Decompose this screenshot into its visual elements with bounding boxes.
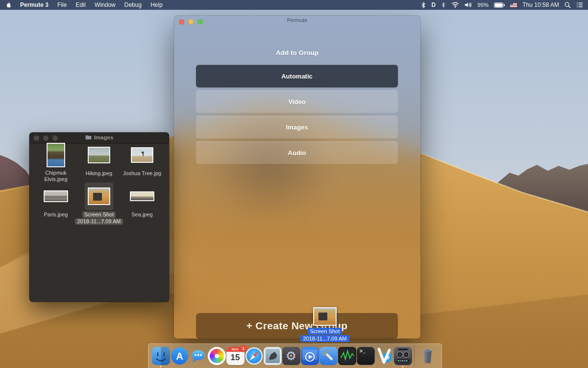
selected-file-label: Screen Shot 2018-11...7.09 AM [75, 211, 122, 225]
group-images-button[interactable]: Images [196, 116, 398, 138]
dock: A NOV 15 1 [148, 343, 442, 368]
permute-icon [394, 347, 412, 365]
downie-menu-icon[interactable]: D [432, 1, 436, 8]
calendar-icon: NOV 15 1 [226, 347, 245, 365]
battery-percent: 95% [477, 2, 489, 8]
finder-window-title: Images [94, 134, 114, 140]
finder-file-grid: Chipmuk Elvis.jpeg Hiking.jpeg Joshua Tr… [34, 141, 164, 224]
notification-center-icon[interactable] [576, 2, 583, 8]
dock-item-xcode[interactable] [319, 344, 338, 368]
screenshot-thumbnail [89, 188, 109, 204]
selection-highlight [85, 183, 113, 210]
running-indicator [160, 366, 162, 368]
trash-icon [418, 347, 437, 365]
file-label: Paris.jpeg [44, 211, 68, 218]
file-item-screen-shot-selected[interactable]: Screen Shot 2018-11...7.09 AM [77, 183, 121, 224]
paris-photo-thumbnail [45, 191, 67, 201]
group-button-list: Automatic Video Images Audio [196, 65, 398, 167]
dock-item-finder[interactable] [151, 344, 170, 368]
system-preferences-icon: ⚙ [282, 347, 300, 365]
dock-separator [414, 346, 415, 367]
dock-item-trash[interactable] [416, 344, 438, 368]
messages-icon [189, 347, 207, 365]
file-label: Sea.jpeg [131, 211, 152, 218]
wifi-icon[interactable] [451, 2, 459, 8]
dragged-screenshot-thumbnail [314, 308, 336, 325]
safari-icon [245, 347, 263, 365]
spotlight-search-icon[interactable] [564, 2, 571, 8]
file-label: Chipmuk Elvis.jpeg [35, 170, 77, 183]
dock-item-activity-monitor[interactable] [338, 344, 356, 368]
dock-item-photos[interactable] [207, 344, 226, 368]
running-indicator [402, 366, 404, 368]
dock-item-media-player[interactable] [300, 344, 319, 368]
apple-menu-icon[interactable] [5, 1, 11, 9]
permute-window: Permute Add to Group Automatic Video Ima… [174, 16, 420, 339]
svg-text:A: A [176, 351, 183, 362]
menu-debug[interactable]: Debug [124, 1, 142, 8]
dock-item-calendar[interactable]: NOV 15 1 [226, 344, 245, 368]
folder-icon [85, 135, 92, 140]
app-store-icon: A [171, 347, 189, 365]
xcode-icon [319, 347, 338, 365]
add-to-group-heading: Add to Group [174, 49, 420, 56]
finder-window: Images Chipmuk Elvis.jpeg Hiking.jpeg Jo… [29, 132, 169, 302]
media-player-icon [301, 347, 319, 365]
file-item-paris[interactable]: Paris.jpeg [34, 183, 77, 224]
menu-help[interactable]: Help [150, 1, 163, 8]
menu-edit[interactable]: Edit [75, 1, 86, 8]
dragged-file-label: Screen Shot 2018-11...7.09 AM [300, 328, 349, 342]
menu-bar: Permute 3 File Edit Window Debug Help D … [0, 0, 588, 10]
mail-icon [264, 347, 282, 365]
dock-item-terminal[interactable]: >_ [356, 344, 375, 368]
dock-item-permute[interactable] [393, 344, 412, 368]
menu-clock[interactable]: Thu 10:58 AM [522, 1, 559, 8]
finder-icon [152, 347, 170, 365]
downie-icon [375, 347, 393, 365]
group-video-button[interactable]: Video [196, 90, 398, 113]
file-item-sea[interactable]: Sea.jpeg [121, 183, 164, 224]
menu-file[interactable]: File [57, 1, 67, 8]
file-item-hiking[interactable]: Hiking.jpeg [77, 141, 121, 183]
input-language-flag-icon[interactable] [510, 3, 517, 7]
chipmunk-photo-thumbnail [48, 144, 64, 166]
dock-item-messages[interactable] [189, 344, 207, 368]
dock-item-downie[interactable] [375, 344, 393, 368]
permute-window-title: Permute [174, 17, 420, 23]
dock-item-safari[interactable] [245, 344, 263, 368]
dock-item-app-store[interactable]: A [170, 344, 189, 368]
calendar-day: 15 [226, 352, 245, 364]
dock-item-system-preferences[interactable]: ⚙ [282, 344, 300, 368]
group-automatic-button[interactable]: Automatic [196, 65, 398, 87]
dragged-file-preview[interactable]: Screen Shot 2018-11...7.09 AM [295, 307, 354, 342]
group-audio-button[interactable]: Audio [196, 141, 398, 164]
hiking-photo-thumbnail [89, 148, 109, 162]
file-label: Joshua Tree.jpg [123, 170, 161, 177]
volume-icon[interactable] [465, 2, 472, 8]
terminal-icon: >_ [357, 347, 375, 365]
file-item-chipmuk-elvis[interactable]: Chipmuk Elvis.jpeg [34, 141, 77, 183]
battery-icon[interactable] [494, 2, 505, 8]
menu-window[interactable]: Window [95, 1, 116, 8]
bluetooth-icon[interactable] [441, 1, 446, 8]
desktop: Permute 3 File Edit Window Debug Help D … [0, 0, 588, 368]
joshua-tree-photo-thumbnail [132, 148, 152, 162]
bluetooth-accessory-icon[interactable] [420, 1, 426, 9]
photos-icon [208, 347, 226, 365]
menu-app-name[interactable]: Permute 3 [20, 1, 49, 8]
file-item-joshua-tree[interactable]: Joshua Tree.jpg [121, 141, 164, 183]
dock-item-mail[interactable] [263, 344, 282, 368]
activity-monitor-icon [338, 347, 356, 365]
sea-photo-thumbnail [131, 192, 153, 200]
permute-titlebar[interactable]: Permute [174, 16, 420, 26]
file-label: Hiking.jpeg [86, 170, 112, 177]
